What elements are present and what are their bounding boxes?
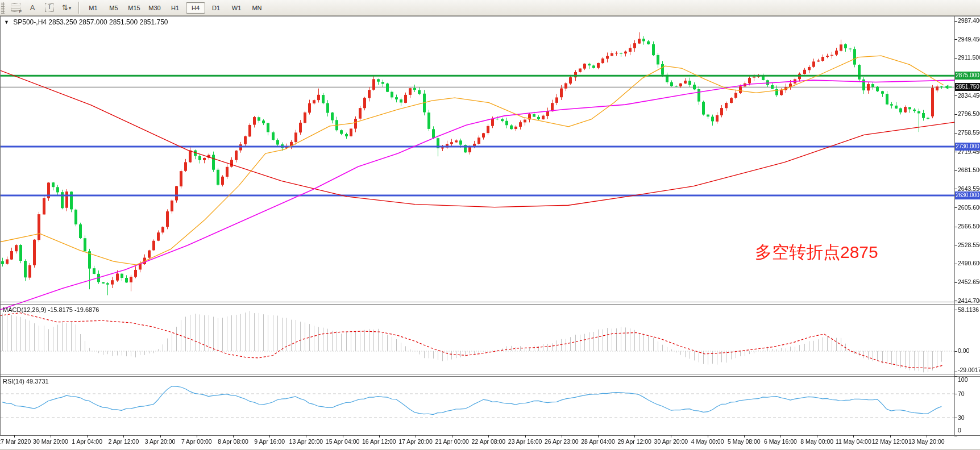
symbol-dropdown-icon[interactable]: ▼ (4, 19, 9, 25)
text-box-icon-glyph: T (45, 3, 54, 12)
rsi-axis-70: 70 (958, 390, 965, 397)
price-tick-label: 2452.650 (958, 278, 980, 285)
price-tick-label: 2796.500 (958, 110, 980, 117)
timeframe-button-h4[interactable]: H4 (186, 2, 205, 14)
price-chart-canvas[interactable] (0, 0, 980, 450)
timeframe-button-m15[interactable]: M15 (124, 2, 144, 14)
rsi-axis-0: 0 (958, 427, 961, 434)
price-tick-label: 2911.500 (958, 54, 980, 61)
resistance-level-badge: 2875.000 (955, 72, 980, 80)
dropdown-caret-icon[interactable]: ▾ (69, 5, 72, 11)
current-price-badge: 2851.750 (955, 83, 980, 91)
cursor-arrows-glyph: ⇅ (62, 3, 68, 12)
macd-indicator-label: MACD(12,26,9) -15.8175 -19.6876 (3, 306, 99, 313)
support-level-badge-2: 2630.000 (955, 191, 980, 199)
toolbar: F A T ⇅ ▾ M1M5M15M30H1H4D1W1MN (0, 0, 980, 16)
price-tick-label: 2681.500 (958, 166, 980, 173)
cursor-arrows-icon[interactable]: ⇅ ▾ (59, 1, 74, 14)
price-tick-label: 2490.600 (958, 260, 980, 266)
toolbar-drag-handle[interactable] (1, 2, 5, 14)
font-a-icon[interactable]: A (25, 1, 40, 14)
support-level-badge-1: 2730.000 (955, 143, 980, 151)
macd-axis-max: 58.1136 (958, 306, 979, 313)
price-tick-label: 2949.450 (958, 36, 980, 43)
price-tick-label: 2528.550 (958, 241, 980, 248)
price-tick-label: 2605.600 (958, 204, 980, 211)
timeframe-button-d1[interactable]: D1 (206, 2, 226, 14)
dotted-grid-f-icon[interactable]: F (8, 1, 23, 14)
price-tick-label: 2414.700 (958, 297, 980, 304)
chart-ohlc-values: 2853.250 2857.000 2851.500 2851.750 (48, 18, 168, 26)
timeframe-button-h1[interactable]: H1 (165, 2, 185, 14)
timeframe-button-m30[interactable]: M30 (145, 2, 164, 14)
timeframe-button-m1[interactable]: M1 (84, 2, 103, 14)
rsi-axis-30: 30 (958, 414, 965, 421)
price-tick-label: 2758.550 (958, 129, 980, 136)
chart-title: ▼ SP500-,H4 2853.250 2857.000 2851.500 2… (4, 18, 168, 26)
price-tick-label: 2987.400 (958, 17, 980, 24)
rsi-axis-100: 100 (958, 376, 968, 383)
price-tick-label: 2834.450 (958, 92, 980, 99)
dotted-grid-f-icon-glyph: F (11, 3, 20, 12)
chart-annotation-text[interactable]: 多空转折点2875 (755, 241, 878, 264)
toolbar-separator (78, 2, 80, 14)
text-box-icon[interactable]: T (42, 1, 57, 14)
timeframe-button-m5[interactable]: M5 (104, 2, 123, 14)
macd-axis-min: -29.0017 (958, 366, 980, 373)
timeframe-button-mn[interactable]: MN (247, 2, 267, 14)
trading-terminal-window: F A T ⇅ ▾ M1M5M15M30H1H4D1W1MN ▼ SP500-,… (0, 0, 980, 450)
chart-symbol: SP500-,H4 (13, 18, 47, 26)
rsi-indicator-label: RSI(14) 49.3731 (3, 378, 49, 385)
macd-axis-zero: 0.00 (958, 347, 969, 354)
date-tick-label: 13 May 20:00 (899, 438, 954, 445)
timeframe-button-w1[interactable]: W1 (227, 2, 246, 14)
price-tick-label: 2566.500 (958, 223, 980, 230)
timeframe-button-group: M1M5M15M30H1H4D1W1MN (83, 2, 267, 14)
